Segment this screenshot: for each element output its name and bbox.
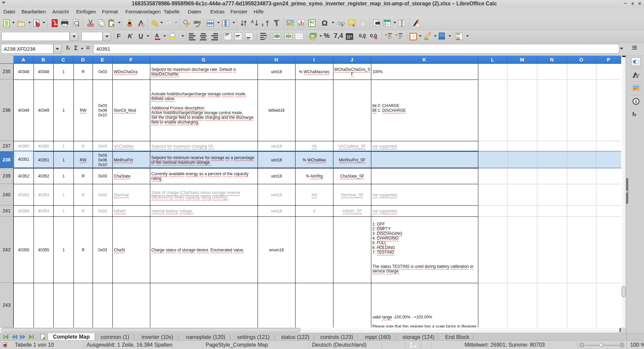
- svg-text:Ω: Ω: [322, 19, 328, 27]
- svg-text:fx: fx: [632, 111, 636, 117]
- svg-text:z: z: [262, 22, 264, 27]
- svg-text:abc: abc: [194, 19, 201, 24]
- svg-text:A: A: [155, 33, 159, 39]
- svg-text:A: A: [251, 19, 254, 24]
